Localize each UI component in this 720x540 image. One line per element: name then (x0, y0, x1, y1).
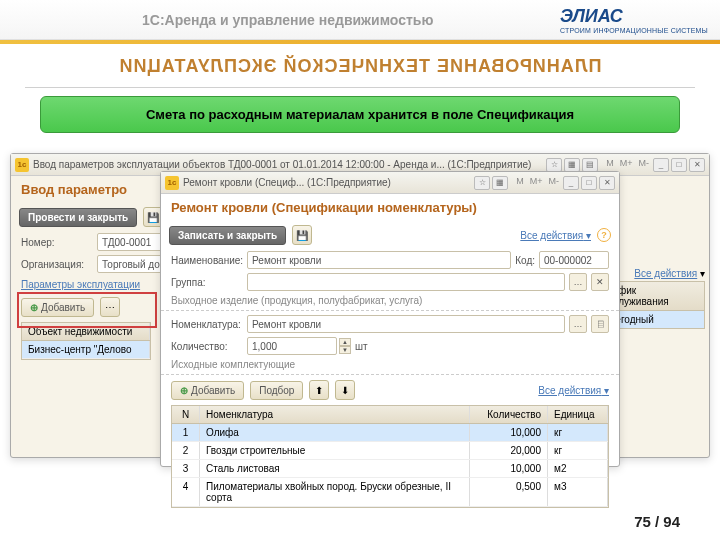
max-icon[interactable]: □ (671, 158, 687, 172)
table-row[interactable]: 2Гвозди строительные20,000кг (172, 442, 608, 460)
save-button[interactable]: 💾 (292, 225, 312, 245)
screenshot-stage: 1c Ввод параметров эксплуатации объектов… (10, 153, 710, 483)
grid-icon[interactable]: ▦ (564, 158, 580, 172)
slide-title: ПЛАНИРОВАНИЕ ТЕХНИЧЕСКОЙ ЭКСПЛУАТАЦИИ (40, 56, 680, 77)
pick-button[interactable]: Подбор (250, 381, 303, 400)
clear-button[interactable]: ✕ (591, 273, 609, 291)
th-name: Номенклатура (200, 406, 470, 423)
number-field[interactable]: ТД00-0001 (97, 233, 167, 251)
add-button[interactable]: ⊕Добавить (171, 381, 244, 400)
post-close-button[interactable]: Провести и закрыть (19, 208, 137, 227)
th-unit: Единица (548, 406, 608, 423)
close-icon[interactable]: ✕ (599, 176, 615, 190)
object-cell[interactable]: Бизнес-центр "Делово (22, 341, 150, 358)
plus-icon: ⊕ (30, 302, 38, 313)
col-object: Объект недвижимости (22, 323, 150, 340)
m-btn[interactable]: M (604, 158, 616, 172)
nomen-field[interactable]: Ремонт кровли (247, 315, 565, 333)
group-label: Группа: (171, 277, 243, 288)
front-window: 1c Ремонт кровли (Специф... (1С:Предприя… (160, 171, 620, 467)
table-row[interactable]: 4Пиломатериалы хвойных пород. Бруски обр… (172, 478, 608, 507)
open-button[interactable]: ⌸ (591, 315, 609, 333)
up-button[interactable]: ⬆ (309, 380, 329, 400)
save-close-button[interactable]: Записать и закрыть (169, 226, 286, 245)
app-icon: 1c (15, 158, 29, 172)
fav-icon[interactable]: ☆ (474, 176, 490, 190)
min-icon[interactable]: _ (563, 176, 579, 190)
all-actions-link[interactable]: Все действия (634, 268, 697, 279)
all-actions-link[interactable]: Все действия ▾ (538, 385, 609, 396)
min-icon[interactable]: _ (653, 158, 669, 172)
mminus-btn[interactable]: M- (637, 158, 652, 172)
group-field[interactable] (247, 273, 565, 291)
close-icon[interactable]: ✕ (689, 158, 705, 172)
lookup-button[interactable]: … (569, 315, 587, 333)
calc-icon[interactable]: ▤ (582, 158, 598, 172)
max-icon[interactable]: □ (581, 176, 597, 190)
more-button[interactable]: ⋯ (100, 297, 120, 317)
front-doc-header: Ремонт кровли (Спецификации номенклатуры… (161, 194, 619, 221)
add-button[interactable]: ⊕Добавить (21, 298, 94, 317)
front-window-title: Ремонт кровли (Специф... (1С:Предприятие… (183, 177, 391, 188)
table-row[interactable]: 1Олифа10,000кг (172, 424, 608, 442)
unit-label: шт (355, 341, 368, 352)
mplus-btn[interactable]: M+ (618, 158, 635, 172)
down-button[interactable]: ⬇ (335, 380, 355, 400)
top-bar: 1С:Аренда и управление недвижимостью ЭЛИ… (0, 0, 720, 40)
logo-subtitle: СТРОИМ ИНФОРМАЦИОННЫЕ СИСТЕМЫ (560, 27, 708, 34)
th-n: N (172, 406, 200, 423)
org-label: Организация: (21, 259, 93, 270)
code-field[interactable]: 00-000002 (539, 251, 609, 269)
info-banner: Смета по расходным материалам хранится в… (40, 96, 680, 133)
zoom-controls: M M+ M- (604, 158, 651, 172)
spin-up-icon: ▲ (339, 338, 351, 346)
th-qty: Количество (470, 406, 548, 423)
code-label: Код: (515, 255, 535, 266)
app-icon: 1c (165, 176, 179, 190)
name-label: Наименование: (171, 255, 243, 266)
slide-heading-wrap: ПЛАНИРОВАНИЕ ТЕХНИЧЕСКОЙ ЭКСПЛУАТАЦИИ (0, 44, 720, 83)
qty-label: Количество: (171, 341, 243, 352)
vendor-logo: ЭЛИАС СТРОИМ ИНФОРМАЦИОННЫЕ СИСТЕМЫ (560, 6, 708, 34)
all-actions-link[interactable]: Все действия ▾ (520, 230, 591, 241)
logo-text: ЭЛИАС (560, 6, 708, 27)
number-label: Номер: (21, 237, 93, 248)
components-table: N Номенклатура Количество Единица 1Олифа… (171, 405, 609, 508)
spinner[interactable]: ▲▼ (339, 338, 351, 354)
grid-icon[interactable]: ▦ (492, 176, 508, 190)
components-section-label: Исходные комплектующие (161, 357, 619, 372)
help-icon[interactable]: ? (597, 228, 611, 242)
back-window-title: Ввод параметров эксплуатации объектов ТД… (33, 159, 531, 170)
output-section-label: Выходное изделие (продукция, полуфабрика… (161, 293, 619, 308)
front-titlebar: 1c Ремонт кровли (Специф... (1С:Предприя… (161, 172, 619, 194)
fav-icon[interactable]: ☆ (546, 158, 562, 172)
page-number: 75 / 94 (634, 513, 680, 530)
spin-down-icon: ▼ (339, 346, 351, 354)
separator-line (25, 87, 695, 88)
name-field[interactable]: Ремонт кровли (247, 251, 511, 269)
org-field[interactable]: Торговый до (97, 255, 167, 273)
product-name: 1С:Аренда и управление недвижимостью (142, 12, 433, 28)
plus-icon: ⊕ (180, 385, 188, 396)
table-row[interactable]: 3Сталь листовая10,000м2 (172, 460, 608, 478)
qty-field[interactable]: 1,000 (247, 337, 337, 355)
nomen-label: Номенклатура: (171, 319, 243, 330)
lookup-button[interactable]: … (569, 273, 587, 291)
